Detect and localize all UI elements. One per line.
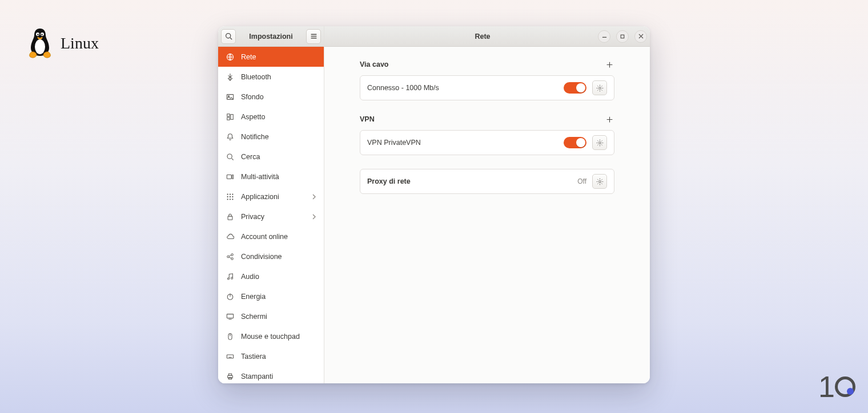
window-close-button[interactable] bbox=[634, 30, 647, 43]
add-wired-button[interactable] bbox=[604, 59, 614, 70]
svg-rect-30 bbox=[228, 216, 232, 220]
grid-icon bbox=[226, 193, 234, 201]
sidebar-item-label: Rete bbox=[241, 53, 256, 61]
wired-status-text: Connesso - 1000 Mb/s bbox=[367, 84, 439, 92]
keyboard-icon bbox=[226, 353, 234, 361]
sidebar-item-bluetooth[interactable]: Bluetooth bbox=[218, 67, 324, 87]
svg-line-35 bbox=[229, 257, 231, 258]
mouse-icon bbox=[226, 333, 234, 341]
svg-rect-44 bbox=[227, 354, 233, 358]
sidebar-item-label: Aspetto bbox=[241, 113, 265, 121]
sidebar-item-condivisione[interactable]: Condivisione bbox=[218, 246, 324, 266]
svg-point-21 bbox=[227, 193, 228, 195]
power-icon bbox=[226, 293, 234, 301]
svg-point-22 bbox=[230, 193, 231, 195]
linux-wordmark: Linux bbox=[61, 34, 99, 52]
window-maximize-button[interactable] bbox=[616, 30, 629, 43]
sidebar-item-tastiera[interactable]: Tastiera bbox=[218, 346, 324, 366]
proxy-state-text: Off bbox=[577, 177, 586, 185]
wired-toggle[interactable] bbox=[564, 82, 586, 94]
sidebar-item-label: Audio bbox=[241, 273, 259, 281]
svg-point-24 bbox=[227, 196, 228, 197]
sidebar-item-aspetto[interactable]: Aspetto bbox=[218, 107, 324, 127]
proxy-settings-button[interactable] bbox=[592, 174, 607, 189]
svg-rect-55 bbox=[621, 35, 624, 38]
sidebar-item-label: Applicazioni bbox=[241, 193, 279, 201]
sidebar-item-mouse-e-touchpad[interactable]: Mouse e touchpad bbox=[218, 326, 324, 346]
share-icon bbox=[226, 253, 234, 261]
section-title-vpn: VPN bbox=[360, 115, 375, 123]
svg-point-31 bbox=[227, 256, 230, 258]
add-vpn-button[interactable] bbox=[604, 114, 614, 124]
sidebar-item-label: Notifiche bbox=[241, 133, 269, 141]
linux-brand: Linux bbox=[25, 26, 99, 60]
appearance-icon bbox=[226, 113, 234, 121]
svg-line-34 bbox=[229, 255, 231, 256]
wired-connection-row: Connesso - 1000 Mb/s bbox=[360, 75, 614, 100]
sidebar-item-label: Multi-attività bbox=[241, 173, 279, 181]
sidebar-item-applicazioni[interactable]: Applicazioni bbox=[218, 187, 324, 206]
svg-point-60 bbox=[598, 87, 601, 89]
svg-point-32 bbox=[231, 253, 234, 256]
svg-point-4 bbox=[37, 34, 39, 35]
vpn-toggle[interactable] bbox=[564, 137, 586, 148]
cloud-icon bbox=[226, 233, 234, 241]
bell-icon bbox=[226, 133, 234, 141]
svg-rect-52 bbox=[228, 374, 231, 375]
sidebar: Impostazioni ReteBluetoothSfondoAspettoN… bbox=[218, 26, 324, 383]
sidebar-item-audio[interactable]: Audio bbox=[218, 266, 324, 286]
sidebar-item-energia[interactable]: Energia bbox=[218, 286, 324, 306]
sidebar-item-privacy[interactable]: Privacy bbox=[218, 206, 324, 226]
sidebar-item-label: Schermi bbox=[241, 313, 267, 321]
sidebar-item-cerca[interactable]: Cerca bbox=[218, 147, 324, 167]
globe-icon bbox=[226, 53, 234, 61]
section-header-vpn: VPN bbox=[360, 114, 614, 124]
sidebar-item-label: Tastiera bbox=[241, 353, 266, 361]
search-icon bbox=[226, 153, 234, 161]
svg-point-27 bbox=[227, 199, 228, 200]
svg-point-28 bbox=[230, 199, 231, 200]
section-title-wired: Via cavo bbox=[360, 60, 389, 68]
sidebar-item-schermi[interactable]: Schermi bbox=[218, 306, 324, 326]
printer-icon bbox=[226, 372, 234, 380]
main-headerbar: Rete bbox=[324, 26, 650, 47]
svg-rect-20 bbox=[232, 175, 234, 179]
content-area: Via cavo Connesso - 1000 Mb/s VPN bbox=[324, 47, 650, 383]
svg-point-5 bbox=[41, 34, 43, 35]
svg-point-6 bbox=[226, 34, 230, 38]
sidebar-list[interactable]: ReteBluetoothSfondoAspettoNotificheCerca… bbox=[218, 47, 324, 383]
svg-rect-15 bbox=[231, 114, 233, 119]
hamburger-menu-button[interactable] bbox=[306, 29, 321, 44]
sidebar-item-account-online[interactable]: Account online bbox=[218, 226, 324, 246]
svg-rect-14 bbox=[227, 114, 230, 116]
svg-point-17 bbox=[227, 154, 232, 159]
sidebar-item-label: Bluetooth bbox=[241, 73, 271, 81]
svg-point-37 bbox=[231, 277, 232, 279]
bluetooth-icon bbox=[226, 73, 234, 81]
svg-rect-19 bbox=[227, 175, 231, 179]
svg-point-36 bbox=[227, 277, 229, 279]
sidebar-item-multi-attivit-[interactable]: Multi-attività bbox=[218, 167, 324, 187]
svg-point-63 bbox=[598, 141, 601, 144]
workspaces-icon bbox=[226, 173, 234, 181]
svg-point-26 bbox=[232, 196, 233, 197]
wired-settings-button[interactable] bbox=[592, 80, 607, 95]
sidebar-item-label: Stampanti bbox=[241, 372, 273, 380]
main-pane: Rete Via cavo bbox=[324, 26, 650, 383]
sidebar-item-rete[interactable]: Rete bbox=[218, 47, 324, 67]
vpn-settings-button[interactable] bbox=[592, 135, 607, 150]
sidebar-item-notifiche[interactable]: Notifiche bbox=[218, 127, 324, 147]
svg-rect-53 bbox=[228, 377, 231, 379]
display-icon bbox=[226, 313, 234, 321]
sidebar-headerbar: Impostazioni bbox=[218, 26, 324, 47]
sidebar-item-sfondo[interactable]: Sfondo bbox=[218, 87, 324, 107]
svg-line-18 bbox=[232, 158, 234, 160]
section-header-wired: Via cavo bbox=[360, 59, 614, 70]
chevron-right-icon bbox=[311, 194, 317, 200]
svg-point-29 bbox=[232, 199, 233, 200]
search-button[interactable] bbox=[221, 29, 236, 44]
sidebar-item-stampanti[interactable]: Stampanti bbox=[218, 366, 324, 383]
svg-point-25 bbox=[230, 196, 231, 197]
window-minimize-button[interactable] bbox=[598, 30, 610, 43]
vpn-name-text: VPN PrivateVPN bbox=[367, 139, 421, 147]
